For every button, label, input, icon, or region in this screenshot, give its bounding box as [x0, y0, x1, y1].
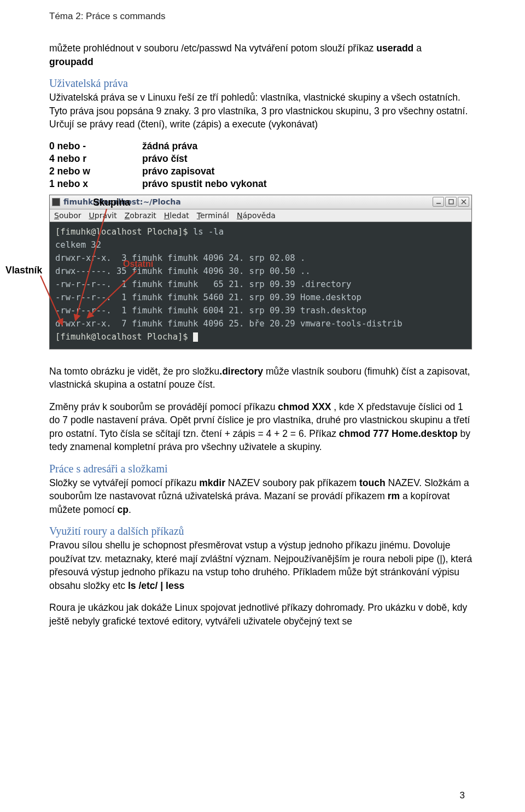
menu-zobrazit[interactable]: Zobrazit [125, 211, 156, 220]
section-title-rights: Uživatelská práva [49, 77, 476, 90]
terminal-body[interactable]: [fimuhk@localhost Plocha]$ ls -la celkem… [50, 222, 471, 349]
filename-directory: .directory [219, 366, 263, 377]
terminal-cmd: ls -la [193, 227, 224, 237]
terminal-cursor [193, 332, 198, 342]
rights-key: 2 nebo w [49, 165, 142, 178]
intro-text-c: a [413, 43, 422, 54]
para-rights-intro: Uživatelská práva se v Linuxu řeší ze tř… [49, 91, 476, 131]
menu-napoveda[interactable]: Nápověda [237, 211, 276, 220]
para-after-term-2: Změny práv k souborům se provádějí pomoc… [49, 400, 476, 454]
terminal-app-icon [52, 198, 60, 206]
ls-line: drwxr-xr-x. 3 fimuhk fimuhk 4096 24. srp… [55, 253, 305, 263]
menu-terminal[interactable]: Terminál [197, 211, 229, 220]
para-pipe-2: Roura je ukázkou jak dokáže Linux spojov… [49, 601, 476, 628]
terminal-menubar[interactable]: Soubor Upravit Zobrazit Hledat Terminál … [50, 209, 471, 222]
cmd-chmod-xxx: chmod XXX [278, 401, 331, 412]
txt: . [129, 504, 131, 515]
page-header: Téma 2: Práce s commands [49, 11, 476, 22]
svg-rect-4 [449, 200, 453, 204]
txt: Změny práv k souborům se provádějí pomoc… [49, 401, 278, 412]
terminal-window: fimuhk@localhost:~/Plocha Soubor Upravit… [49, 195, 472, 349]
txt: Na tomto obrázku je vidět, že pro složku [49, 366, 219, 377]
rights-key: 1 nebo x [49, 178, 142, 190]
ls-line: drwxr-xr-x. 7 fimuhk fimuhk 4096 25. bře… [55, 319, 402, 329]
txt: NAZEV soubory pak příkazem [225, 477, 359, 488]
table-row: 4 nebo rprávo číst [49, 153, 267, 165]
txt: Pravou sílou shellu je schopnost přesměr… [49, 540, 472, 591]
ls-line: celkem 32 [55, 240, 101, 250]
cmd-touch: touch [359, 477, 386, 488]
ls-line: -rw-r--r--. 1 fimuhk fimuhk 65 21. srp 0… [55, 279, 351, 289]
cmd-useradd: useradd [376, 43, 413, 54]
section-title-dirs: Práce s adresáři a složkami [49, 463, 476, 475]
rights-key: 0 nebo - [49, 140, 142, 153]
page-number: 3 [460, 790, 465, 801]
menu-upravit[interactable]: Upravit [89, 211, 117, 220]
para-pipe-1: Pravou sílou shellu je schopnost přesměr… [49, 539, 476, 592]
terminal-prompt: [fimuhk@localhost Plocha]$ [55, 332, 193, 342]
table-row: 2 nebo wprávo zapisovat [49, 165, 267, 178]
ls-line: -rw-r--r--. 1 fimuhk fimuhk 5460 21. srp… [55, 293, 361, 302]
label-skupina: Skupina [93, 197, 130, 208]
table-row: 1 nebo xprávo spustit nebo vykonat [49, 178, 267, 190]
txt: Složky se vytvářejí pomocí příkazu [49, 477, 199, 488]
cmd-groupadd: groupadd [49, 56, 94, 67]
label-ostatni: Ostatní [123, 259, 153, 269]
terminal-prompt: [fimuhk@localhost Plocha]$ [55, 227, 193, 237]
section-title-pipe: Využití roury a dalších příkazů [49, 525, 476, 538]
intro-text-a: můžete prohlédnout v souboru /etc/passwd… [49, 43, 376, 54]
rights-key: 4 nebo r [49, 153, 142, 165]
label-vlastnik: Vlastník [5, 265, 42, 276]
menu-hledat[interactable]: Hledat [164, 211, 189, 220]
rights-table: 0 nebo -žádná práva 4 nebo rprávo číst 2… [49, 140, 267, 190]
cmd-mkdir: mkdir [199, 477, 225, 488]
table-row: 0 nebo -žádná práva [49, 140, 267, 153]
para-dirs: Složky se vytvářejí pomocí příkazu mkdir… [49, 476, 476, 517]
cmd-chmod-777: chmod 777 Home.desktop [339, 428, 458, 439]
intro-paragraph: můžete prohlédnout v souboru /etc/passwd… [49, 42, 476, 68]
menu-soubor[interactable]: Soubor [54, 211, 81, 220]
close-button[interactable] [458, 197, 469, 207]
rights-val: žádná práva [142, 140, 267, 153]
rights-val: právo číst [142, 153, 267, 165]
maximize-button[interactable] [445, 197, 457, 207]
minimize-button[interactable] [433, 197, 444, 207]
ls-line: drwx------. 35 fimuhk fimuhk 4096 30. sr… [55, 266, 311, 276]
ls-line: -rw-r--r--. 1 fimuhk fimuhk 6004 21. srp… [55, 306, 366, 316]
cmd-ls-less: ls /etc/ | less [128, 580, 184, 591]
para-after-term-1: Na tomto obrázku je vidět, že pro složku… [49, 365, 476, 392]
cmd-rm: rm [388, 490, 400, 501]
rights-val: právo spustit nebo vykonat [142, 178, 267, 190]
cmd-cp: cp [118, 504, 129, 515]
rights-val: právo zapisovat [142, 165, 267, 178]
